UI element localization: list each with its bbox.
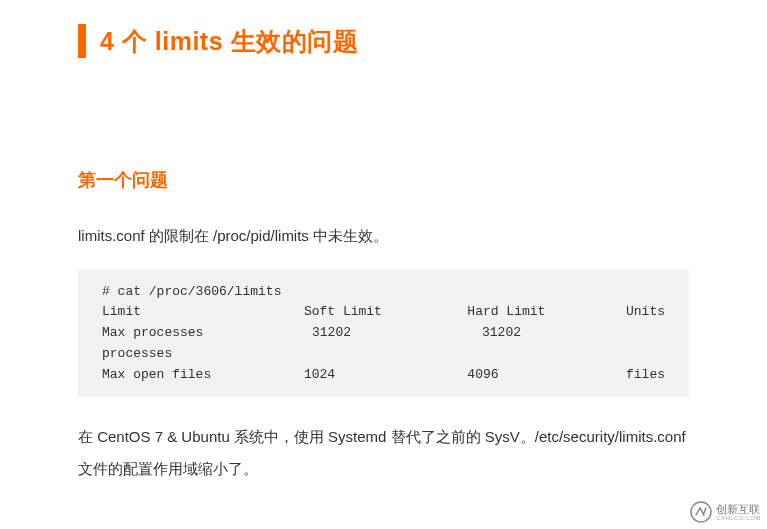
- watermark-sub: CXHLCG.COM: [716, 515, 761, 522]
- code-cell-units: files: [626, 365, 665, 386]
- code-block: # cat /proc/3606/limits Limit Soft Limit…: [78, 270, 689, 398]
- code-command: # cat /proc/3606/limits: [102, 282, 281, 303]
- title-accent-bar: [78, 24, 86, 58]
- intro-paragraph: limits.conf 的限制在 /proc/pid/limits 中未生效。: [78, 220, 689, 252]
- code-header-limit: Limit: [102, 302, 304, 323]
- page-title: 4 个 limits 生效的问题: [100, 25, 358, 58]
- watermark: 创新互联 CXHLCG.COM: [690, 501, 761, 523]
- article-page: 4 个 limits 生效的问题 第一个问题 limits.conf 的限制在 …: [0, 0, 767, 484]
- watermark-text: 创新互联 CXHLCG.COM: [716, 503, 761, 522]
- code-cell-softlimit: 31202: [312, 323, 482, 344]
- watermark-logo-icon: [690, 501, 712, 523]
- code-header-softlimit: Soft Limit: [304, 302, 467, 323]
- section-subheading: 第一个问题: [78, 168, 689, 192]
- code-header-units: Units: [626, 302, 665, 323]
- code-cell-limit: Max open files: [102, 365, 304, 386]
- code-cell-limit: Max processes: [102, 323, 312, 344]
- code-cell-hardlimit: 31202: [482, 323, 647, 344]
- code-header-hardlimit: Hard Limit: [467, 302, 626, 323]
- code-cell-units-wrapped: processes: [102, 344, 312, 365]
- code-command-line: # cat /proc/3606/limits: [102, 282, 665, 303]
- title-block: 4 个 limits 生效的问题: [78, 24, 689, 58]
- code-cell-softlimit: 1024: [304, 365, 467, 386]
- code-cell-hardlimit: 4096: [467, 365, 626, 386]
- code-data-row-wrap: processes: [102, 344, 665, 365]
- code-data-row: Max processes 31202 31202: [102, 323, 665, 344]
- outro-paragraph: 在 CentOS 7 & Ubuntu 系统中，使用 Systemd 替代了之前…: [78, 421, 689, 484]
- watermark-brand: 创新互联: [716, 503, 760, 515]
- code-data-row: Max open files 1024 4096 files: [102, 365, 665, 386]
- svg-point-0: [691, 502, 711, 522]
- code-cell-units: [647, 323, 665, 344]
- code-header-row: Limit Soft Limit Hard Limit Units: [102, 302, 665, 323]
